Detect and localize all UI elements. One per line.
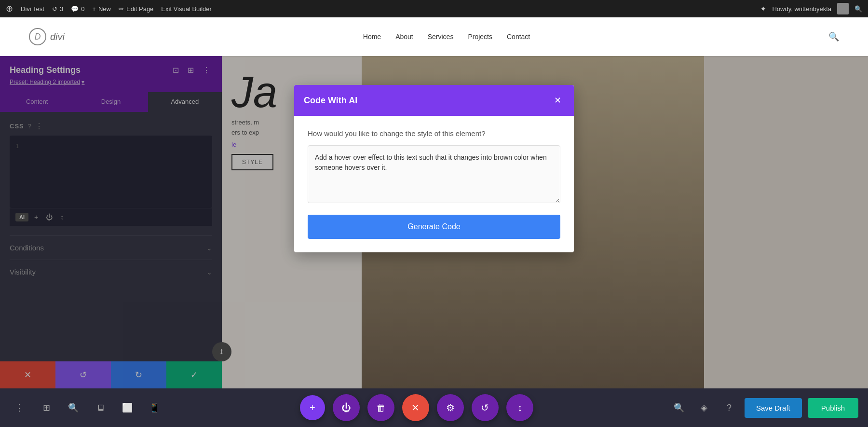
- modal-textarea[interactable]: Add a hover over effect to this text suc…: [308, 145, 560, 203]
- admin-bar: ⊕ Divi Test ↺ 3 💬 0 + New ✏ Edit Page Ex…: [0, 0, 868, 17]
- save-draft-button[interactable]: Save Draft: [745, 398, 802, 418]
- ai-icon: ✦: [760, 4, 766, 14]
- exit-builder-button[interactable]: Exit Visual Builder: [161, 5, 212, 13]
- modal-header: Code With AI ✕: [294, 85, 574, 116]
- toolbar-center: + ⏻ 🗑 ✕ ⚙ ↺ ↕: [174, 394, 660, 421]
- site-navigation: Home About Services Projects Contact: [363, 33, 530, 41]
- close-icon: ✕: [554, 95, 561, 106]
- add-section-button[interactable]: +: [300, 395, 325, 420]
- history-icon: ↺: [52, 5, 57, 13]
- exit-builder-label: Exit Visual Builder: [161, 5, 212, 13]
- edit-page-label: Edit Page: [126, 5, 153, 13]
- toolbar-layers-icon[interactable]: ◈: [694, 398, 714, 417]
- layers-button[interactable]: ↕: [506, 394, 533, 421]
- modal-title: Code With AI: [304, 96, 357, 106]
- site-name-label: Divi Test: [21, 5, 44, 13]
- toolbar-help-icon[interactable]: ?: [719, 398, 739, 417]
- publish-button[interactable]: Publish: [808, 398, 858, 418]
- toolbar-search-icon[interactable]: 🔍: [64, 398, 83, 417]
- comments-count: 0: [81, 5, 84, 13]
- settings-button[interactable]: ⚙: [437, 394, 464, 421]
- toolbar-search-right-icon[interactable]: 🔍: [669, 398, 689, 417]
- toolbar-mobile-icon[interactable]: 📱: [145, 398, 164, 417]
- history-item[interactable]: ↺ 3: [52, 5, 63, 13]
- history-button[interactable]: ↺: [472, 394, 499, 421]
- modal-close-button[interactable]: ✕: [551, 94, 564, 107]
- site-logo: D divi: [29, 28, 65, 45]
- site-header: D divi Home About Services Projects Cont…: [0, 17, 868, 56]
- generate-code-button[interactable]: Generate Code: [308, 215, 560, 239]
- toolbar-menu-icon[interactable]: ⋮: [10, 398, 29, 417]
- comments-item[interactable]: 💬 0: [71, 5, 84, 13]
- power-button[interactable]: ⏻: [333, 394, 360, 421]
- header-search-icon[interactable]: 🔍: [828, 31, 839, 42]
- toolbar-tablet-icon[interactable]: ⬜: [118, 398, 137, 417]
- history-count: 3: [60, 5, 63, 13]
- nav-services[interactable]: Services: [428, 33, 454, 41]
- nav-projects[interactable]: Projects: [468, 33, 492, 41]
- modal-body: How would you like to change the style o…: [294, 116, 574, 252]
- comments-icon: 💬: [71, 5, 79, 13]
- nav-about[interactable]: About: [395, 33, 413, 41]
- greeting-text: Howdy, writtenbyekta: [772, 5, 831, 13]
- new-label: New: [98, 5, 111, 13]
- delete-button[interactable]: 🗑: [367, 394, 394, 421]
- code-with-ai-modal: Code With AI ✕ How would you like to cha…: [294, 85, 574, 252]
- avatar: [837, 3, 849, 14]
- modal-question: How would you like to change the style o…: [308, 129, 560, 138]
- nav-contact[interactable]: Contact: [507, 33, 530, 41]
- close-button[interactable]: ✕: [402, 394, 429, 421]
- toolbar-right: 🔍 ◈ ? Save Draft Publish: [669, 398, 858, 418]
- bottom-toolbar: ⋮ ⊞ 🔍 🖥 ⬜ 📱 + ⏻ 🗑 ✕ ⚙ ↺ ↕ 🔍 ◈ ? Save Dra…: [0, 388, 868, 427]
- logo-text: divi: [50, 31, 65, 42]
- edit-icon: ✏: [119, 5, 124, 13]
- plus-icon: +: [92, 5, 96, 13]
- nav-home[interactable]: Home: [363, 33, 381, 41]
- toolbar-left: ⋮ ⊞ 🔍 🖥 ⬜ 📱: [10, 398, 164, 417]
- toolbar-desktop-icon[interactable]: 🖥: [91, 398, 110, 417]
- edit-page-button[interactable]: ✏ Edit Page: [119, 5, 153, 13]
- logo-circle: D: [29, 28, 46, 45]
- admin-bar-right: ✦ Howdy, writtenbyekta 🔍: [760, 3, 862, 14]
- main-content: Heading Settings ⊡ ⊞ ⋮ Preset: Heading 2…: [0, 56, 868, 427]
- new-button[interactable]: + New: [92, 5, 111, 13]
- site-name[interactable]: Divi Test: [21, 5, 44, 13]
- search-icon[interactable]: 🔍: [854, 5, 862, 13]
- wp-icon: ⊕: [6, 3, 13, 14]
- toolbar-grid-icon[interactable]: ⊞: [37, 398, 56, 417]
- wp-logo[interactable]: ⊕: [6, 3, 13, 14]
- modal-overlay: Code With AI ✕ How would you like to cha…: [0, 56, 868, 427]
